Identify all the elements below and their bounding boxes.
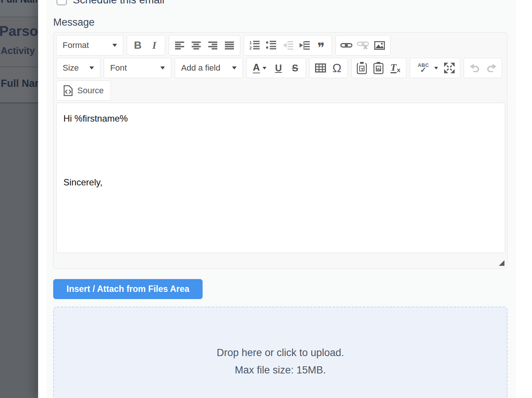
list-indent-group: 12 ❞ xyxy=(244,35,332,56)
format-dropdown-label: Format xyxy=(63,40,89,50)
history-group xyxy=(464,58,502,78)
schedule-email-checkbox[interactable] xyxy=(57,0,67,5)
add-field-dropdown[interactable]: Add a field xyxy=(175,58,243,78)
numbered-list-icon: 12 xyxy=(249,41,260,50)
blockquote-icon: ❞ xyxy=(317,39,324,52)
link-button[interactable] xyxy=(338,37,355,54)
blockquote-button[interactable]: ❞ xyxy=(313,37,329,54)
redo-icon xyxy=(486,64,497,72)
align-center-button[interactable] xyxy=(188,37,204,54)
font-decoration-group: A U S xyxy=(246,58,306,78)
dropzone-text: Drop here or click to upload. Max file s… xyxy=(54,347,507,376)
image-icon xyxy=(374,41,385,50)
italic-button[interactable]: I xyxy=(146,37,163,54)
paste-plain-text-icon: T xyxy=(357,62,368,74)
tools-group: ABC ✓ xyxy=(410,58,460,78)
redo-button[interactable] xyxy=(483,60,500,76)
source-button-label: Source xyxy=(77,86,104,96)
format-dropdown[interactable]: Format xyxy=(56,35,123,56)
add-field-dropdown-label: Add a field xyxy=(181,63,220,73)
background-activity-tab: Activity xyxy=(1,45,35,56)
undo-button[interactable] xyxy=(466,60,483,76)
align-justify-button[interactable] xyxy=(221,37,238,54)
paste-plain-text-button[interactable]: T xyxy=(354,60,371,76)
page: Full Nam Parson Activity Full Nam Schedu… xyxy=(0,0,532,398)
font-dropdown-label: Font xyxy=(110,63,127,73)
svg-text:1: 1 xyxy=(249,41,252,45)
remove-format-button[interactable]: T x xyxy=(387,60,404,76)
underline-button[interactable]: U xyxy=(270,60,287,76)
remove-format-icon: T xyxy=(391,63,397,73)
increase-indent-icon xyxy=(300,41,310,50)
message-section-label: Message xyxy=(53,17,95,28)
background-column-label: Full Nam xyxy=(1,0,38,5)
link-icon xyxy=(340,42,352,49)
chevron-down-icon xyxy=(89,66,94,69)
svg-text:2: 2 xyxy=(249,46,252,50)
align-right-icon xyxy=(208,42,218,49)
editor-line-signoff: Sincerely, xyxy=(63,124,505,188)
schedule-email-row: Schedule this email xyxy=(57,0,165,6)
unlink-button[interactable] xyxy=(355,37,371,54)
source-icon xyxy=(63,85,73,96)
underline-icon: U xyxy=(275,63,282,74)
schedule-email-label: Schedule this email xyxy=(73,0,165,6)
background-field-row: Full Nam xyxy=(0,67,38,102)
paste-from-word-icon: W xyxy=(373,62,384,74)
size-dropdown[interactable]: Size xyxy=(56,58,100,78)
background-row-header: Full Nam xyxy=(0,0,38,17)
toolbar-row-1: Format B I xyxy=(56,35,391,56)
dropzone-max-size: Max file size: 15MB. xyxy=(54,364,507,376)
divider xyxy=(0,102,38,103)
spellcheck-button[interactable]: ABC ✓ xyxy=(412,60,434,76)
align-justify-icon xyxy=(225,42,234,49)
chevron-down-icon xyxy=(232,66,237,69)
editor-resize-handle[interactable] xyxy=(499,260,504,266)
strikethrough-button[interactable]: S xyxy=(287,60,303,76)
spellcheck-checkmark: ✓ xyxy=(420,66,427,74)
source-button[interactable]: Source xyxy=(56,80,111,101)
text-color-button[interactable]: A xyxy=(249,60,270,76)
chevron-down-icon xyxy=(112,44,117,47)
editor-line-greeting: Hi %firstname% xyxy=(63,103,505,124)
paste-plain-text-letter: T xyxy=(361,67,364,73)
toolbar-row-2: Size Font Add a field A U S xyxy=(56,58,502,78)
bold-button[interactable]: B xyxy=(129,37,146,54)
numbered-list-button[interactable]: 12 xyxy=(246,37,263,54)
link-image-group xyxy=(335,35,391,56)
align-right-button[interactable] xyxy=(204,37,221,54)
maximize-icon xyxy=(444,63,455,73)
maximize-button[interactable] xyxy=(441,60,458,76)
file-upload-dropzone[interactable]: Drop here or click to upload. Max file s… xyxy=(53,307,507,398)
bulleted-list-icon xyxy=(266,41,277,50)
align-center-icon xyxy=(192,42,201,49)
font-dropdown[interactable]: Font xyxy=(104,58,171,78)
undo-icon xyxy=(470,64,480,72)
table-icon xyxy=(315,63,326,73)
unlink-icon xyxy=(357,41,369,49)
paste-from-word-button[interactable]: W xyxy=(371,60,387,76)
dimmed-background: Full Nam Parson Activity Full Nam xyxy=(0,0,38,398)
alignment-group xyxy=(169,35,240,56)
background-person-header: Parson Activity xyxy=(0,17,38,66)
text-color-icon: A xyxy=(253,62,260,74)
image-button[interactable] xyxy=(371,37,388,54)
special-character-icon: Ω xyxy=(332,61,341,75)
table-button[interactable] xyxy=(312,60,329,76)
bold-icon: B xyxy=(134,39,141,51)
rich-text-editor: Format B I xyxy=(53,32,507,269)
align-left-button[interactable] xyxy=(171,37,188,54)
increase-indent-button[interactable] xyxy=(296,37,313,54)
remove-format-x: x xyxy=(397,66,400,74)
decrease-indent-icon xyxy=(283,41,293,50)
bulleted-list-button[interactable] xyxy=(263,37,280,54)
paste-from-word-letter: W xyxy=(377,67,381,73)
editor-content-area[interactable]: Hi %firstname% Sincerely, xyxy=(56,103,505,253)
insert-group: Ω xyxy=(309,58,348,78)
background-field-label: Full Nam xyxy=(1,78,38,89)
chevron-down-icon xyxy=(160,66,165,69)
special-character-button[interactable]: Ω xyxy=(329,60,345,76)
insert-attach-files-button[interactable]: Insert / Attach from Files Area xyxy=(53,279,203,299)
decrease-indent-button[interactable] xyxy=(280,37,296,54)
italic-icon: I xyxy=(152,39,157,51)
